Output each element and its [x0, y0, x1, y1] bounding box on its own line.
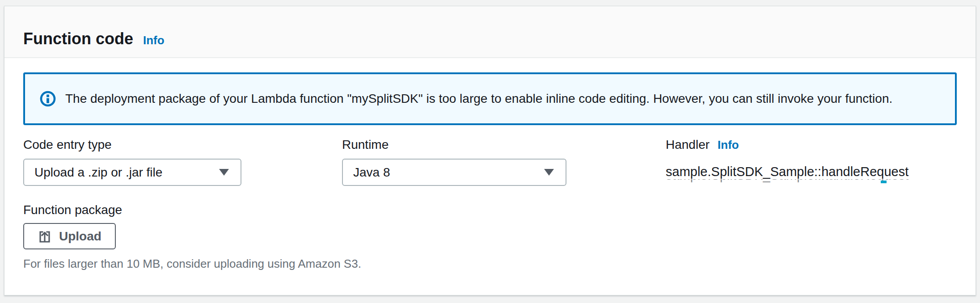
upload-helper-text: For files larger than 10 MB, consider up… — [23, 257, 957, 271]
blue-artifact-mark — [881, 181, 887, 183]
handler-label: Handler — [666, 137, 710, 152]
upload-button[interactable]: Upload — [23, 223, 116, 249]
upload-button-label: Upload — [59, 229, 101, 244]
chevron-down-icon — [219, 169, 229, 176]
upload-icon — [38, 229, 52, 244]
code-entry-type-select[interactable]: Upload a .zip or .jar file — [23, 159, 241, 186]
info-alert: The deployment package of your Lambda fu… — [23, 72, 957, 125]
alert-message: The deployment package of your Lambda fu… — [65, 92, 892, 106]
function-package-label: Function package — [23, 202, 957, 218]
handler-value: sample.SplitSDK_Sample::handleRequest — [666, 164, 957, 179]
runtime-label: Runtime — [342, 137, 666, 152]
page-title: Function code — [23, 30, 133, 48]
panel-header: Function code Info — [4, 6, 976, 58]
runtime-field: Runtime Java 8 — [342, 137, 666, 186]
handler-field: Handler Info sample.SplitSDK_Sample::han… — [666, 137, 957, 186]
runtime-value: Java 8 — [353, 165, 390, 180]
function-code-panel: Function code Info The deployment packag… — [4, 6, 976, 295]
fields-row: Code entry type Upload a .zip or .jar fi… — [23, 137, 957, 186]
code-entry-type-label: Code entry type — [23, 137, 342, 152]
cropped-text-artifact: sample.SplitSDK_Sample::handleRequest — [666, 179, 943, 184]
code-entry-type-field: Code entry type Upload a .zip or .jar fi… — [23, 137, 342, 186]
handler-info-link[interactable]: Info — [718, 138, 739, 152]
runtime-select[interactable]: Java 8 — [342, 159, 566, 186]
info-circle-icon — [39, 90, 56, 107]
function-code-info-link[interactable]: Info — [143, 34, 165, 47]
code-entry-type-value: Upload a .zip or .jar file — [34, 165, 162, 180]
chevron-down-icon — [544, 169, 554, 176]
panel-body: The deployment package of your Lambda fu… — [4, 58, 976, 271]
